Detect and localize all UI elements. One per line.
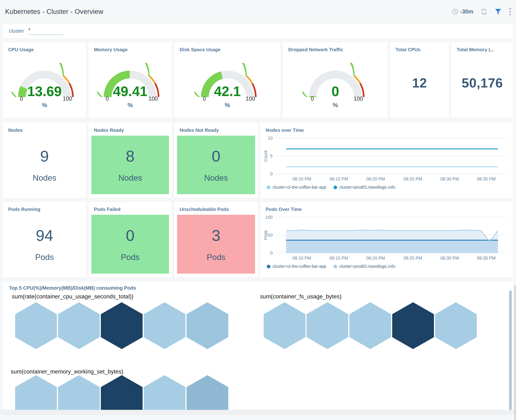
panel-title: Dropped Network Traffic (283, 42, 388, 52)
panel-pods-failed: Pods Failed 0 Pods (88, 202, 172, 278)
hex-chart-memory (15, 375, 228, 415)
svg-text:08:20 PM: 08:20 PM (366, 255, 385, 261)
filter-icon[interactable] (494, 8, 502, 15)
pod-hexagon[interactable] (144, 302, 185, 349)
panel-top5-consumers: Top 5 CPU(%)/Memory(MB)/Disk(MB) consumi… (3, 281, 513, 415)
total-cpus-value: 12 (390, 52, 449, 118)
panel-disk-usage: Disk Space Usage 42.10100 % (174, 42, 281, 118)
chart-legend: cluster=cl-the-coffee-bar-appcluster=pro… (260, 263, 513, 269)
stat-label: Nodes (204, 173, 228, 183)
panel-title: Total Memory (... (451, 42, 513, 52)
cpu-usage-gauge: 13.690100 (12, 63, 77, 102)
window-scrollbar[interactable] (515, 285, 515, 420)
kebab-menu-icon[interactable] (509, 8, 512, 16)
svg-text:0: 0 (332, 84, 339, 99)
svg-text:08:30 PM: 08:30 PM (440, 255, 459, 261)
panel-cpu-usage: CPU Usage 13.690100 % (3, 42, 86, 118)
legend-item[interactable]: cluster=cl-the-coffee-bar-app (267, 185, 326, 190)
stat-label: Pods (35, 253, 54, 262)
top5-title: Top 5 CPU(%)/Memory(MB)/Disk(MB) consumi… (9, 285, 136, 291)
pod-hexagon[interactable] (187, 302, 228, 349)
panel-total-memory: Total Memory (... 50,176 (451, 42, 513, 118)
svg-text:10: 10 (268, 136, 273, 141)
svg-text:08:10 PM: 08:10 PM (292, 176, 311, 181)
time-range-button[interactable]: -30m (452, 8, 473, 15)
panel-nodes: Nodes 9 Nodes (3, 122, 86, 198)
pods-running-count: 94 (36, 226, 53, 244)
gauge-unit: % (42, 102, 47, 109)
pod-hexagon[interactable] (264, 302, 305, 349)
nodes-count: 9 (40, 147, 49, 165)
status-block-red: 3 Pods (177, 215, 255, 274)
memory-usage-gauge: 49.410100 (97, 63, 163, 102)
panel-title: Pods Failed (88, 202, 172, 212)
svg-text:0: 0 (270, 171, 273, 176)
pod-hexagon[interactable] (58, 302, 100, 349)
svg-text:0: 0 (270, 250, 273, 255)
panel-title: Pods Over Time (260, 202, 513, 212)
dashboard-page: Kubernetes - Cluster - Overview -30m (0, 0, 516, 415)
nodes-over-time-chart[interactable]: 0510Count08:10 PM08:15 PM08:20 PM08:25 P… (260, 133, 513, 184)
legend-dot (334, 186, 337, 189)
header-controls: -30m (452, 8, 512, 16)
header: Kubernetes - Cluster - Overview -30m (3, 0, 513, 23)
hex-chart-disk (264, 302, 477, 349)
pod-hexagon[interactable] (306, 302, 348, 349)
panel-pods-running: Pods Running 94 Pods (3, 202, 86, 278)
pod-hexagon[interactable] (101, 302, 143, 349)
svg-text:100: 100 (246, 96, 255, 102)
svg-text:0: 0 (203, 96, 206, 102)
gauge-unit: % (128, 102, 133, 109)
pod-hexagon[interactable] (15, 375, 57, 415)
svg-text:08:10 PM: 08:10 PM (292, 255, 311, 261)
panel-scrollbar-thumb[interactable] (509, 290, 512, 412)
legend-dot (267, 265, 270, 268)
svg-text:Pods: Pods (264, 230, 268, 240)
legend-item[interactable]: cluster=prod01.travellogic.info (334, 264, 395, 269)
nodes-ready-count: 8 (126, 147, 135, 165)
svg-text:08:15 PM: 08:15 PM (329, 255, 348, 261)
disk-usage-gauge: 42.10100 (195, 63, 260, 102)
svg-text:08:25 PM: 08:25 PM (403, 255, 422, 261)
cluster-filter-input[interactable] (28, 27, 63, 35)
refresh-icon[interactable] (480, 8, 487, 15)
panel-unscheduleable-pods: Unscheduleable Pods 3 Pods (174, 202, 258, 278)
pod-hexagon[interactable] (392, 302, 434, 349)
panel-title: Nodes Ready (88, 123, 172, 133)
gauge-unit: % (333, 102, 338, 109)
filter-bar: cluster (3, 23, 513, 39)
svg-text:08:25 PM: 08:25 PM (403, 176, 422, 181)
unscheduleable-pods-count: 3 (212, 226, 220, 244)
gauge-row: CPU Usage 13.690100 % Memory Usage 49.41… (3, 42, 513, 118)
pod-hexagon[interactable] (435, 302, 477, 349)
panel-title: Pods Running (3, 202, 86, 212)
panel-title: Unscheduleable Pods (174, 202, 258, 212)
legend-dot (267, 186, 270, 189)
legend-label: cluster=prod01.travellogic.info (339, 264, 395, 269)
svg-text:Count: Count (264, 150, 268, 162)
pod-hexagon[interactable] (58, 375, 100, 415)
legend-item[interactable]: cluster=cl-the-coffee-bar-app (267, 264, 326, 269)
pod-hexagon[interactable] (144, 375, 185, 415)
pod-hexagon[interactable] (101, 375, 143, 415)
pod-hexagon[interactable] (349, 302, 391, 349)
legend-dot (334, 265, 337, 268)
legend-item[interactable]: cluster=prod01.travellogic.info (334, 185, 395, 190)
status-block-green: 0 Pods (91, 215, 169, 274)
legend-label: cluster=prod01.travellogic.info (339, 185, 395, 190)
panel-title: Total CPUs (390, 42, 449, 52)
svg-text:100: 100 (265, 215, 273, 220)
bottom-scroll-strip (0, 410, 516, 415)
panel-title: Memory Usage (88, 42, 172, 52)
panel-title: Disk Space Usage (174, 42, 281, 52)
svg-text:50: 50 (268, 232, 273, 238)
panel-total-cpus: Total CPUs 12 (390, 42, 449, 118)
panel-title: Nodes over Time (260, 123, 513, 133)
stat-label: Pods (207, 253, 226, 262)
panel-dropped-traffic: Dropped Network Traffic 00100 % (283, 42, 388, 118)
pods-over-time-chart[interactable]: 050100Pods08:10 PM08:15 PM08:20 PM08:25 … (260, 212, 513, 263)
panel-title: CPU Usage (3, 42, 86, 52)
panel-nodes-not-ready: Nodes Not Ready 0 Nodes (174, 122, 258, 198)
pod-hexagon[interactable] (15, 302, 57, 349)
pod-hexagon[interactable] (187, 375, 228, 415)
